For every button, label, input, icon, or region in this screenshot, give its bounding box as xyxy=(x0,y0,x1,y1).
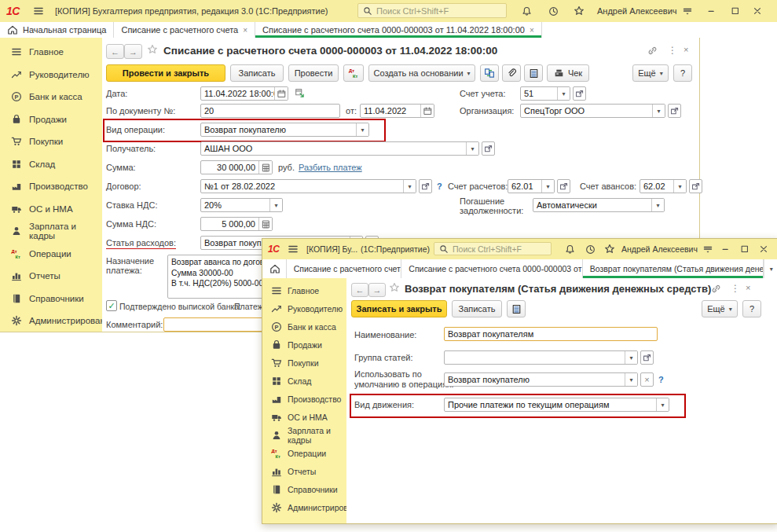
global-search-input[interactable]: Поиск Ctrl+Shift+F xyxy=(434,242,552,255)
close-form-icon[interactable]: × xyxy=(746,283,750,292)
history-icon[interactable] xyxy=(548,0,559,22)
favorites-icon[interactable] xyxy=(574,0,585,22)
dropdown-icon[interactable]: ▾ xyxy=(269,199,282,211)
sidebar-item-zarplata-i-kadry[interactable]: Зарплата и кадры xyxy=(262,426,346,444)
attachments-button[interactable] xyxy=(502,64,521,82)
sidebar-item-os-i-nma[interactable]: ОС и НМА xyxy=(262,408,346,426)
open-payee-icon[interactable] xyxy=(482,141,495,156)
default-use-field[interactable]: Возврат покупателю ▾ xyxy=(444,372,638,387)
help-button[interactable]: ? xyxy=(673,64,692,82)
calendar-icon[interactable] xyxy=(420,105,434,117)
global-search-input[interactable]: Поиск Ctrl+Shift+F xyxy=(357,3,507,18)
tab-3-active[interactable]: Списание с расчетного счета 0000-000003 … xyxy=(255,22,542,38)
default-use-help-icon[interactable]: ? xyxy=(658,375,664,384)
close-form-icon[interactable]: × xyxy=(684,45,688,54)
related-documents-button[interactable] xyxy=(480,64,499,82)
back-button[interactable]: ← xyxy=(351,283,368,297)
post-button[interactable]: Провести xyxy=(288,64,339,82)
tab-close-icon[interactable]: × xyxy=(530,26,534,35)
doc-no-field[interactable]: 20 xyxy=(200,104,340,118)
dropdown-icon[interactable]: ▾ xyxy=(466,142,478,155)
save-button[interactable]: Записать xyxy=(452,300,502,317)
sidebar-item-proizvodstvo[interactable]: Производство xyxy=(262,390,346,408)
open-adv-acc-icon[interactable] xyxy=(689,179,702,193)
sidebar-item-rukovoditelyu[interactable]: Руководителю xyxy=(0,64,102,86)
op-kind-field[interactable]: Возврат покупателю ▾ xyxy=(200,123,369,137)
dropdown-icon[interactable]: ▾ xyxy=(625,351,637,364)
doc-from-field[interactable]: 11.04.2022 xyxy=(360,104,434,118)
movement-field[interactable]: Прочие платежи по текущим операциям ▾ xyxy=(444,398,669,412)
sidebar-item-spravochniki[interactable]: Справочники xyxy=(262,480,346,498)
dtkt-button[interactable]: ДтКт xyxy=(343,64,364,82)
get-link-icon[interactable] xyxy=(647,46,658,56)
tab-2[interactable]: Списание с расчетного счета× xyxy=(287,259,402,278)
calculator-icon[interactable] xyxy=(258,218,272,230)
contract-field[interactable]: №1 от 28.02.2022 ▾ xyxy=(200,179,416,193)
sidebar-item-operacii[interactable]: ДтКтОперации xyxy=(262,444,346,462)
notifications-icon[interactable] xyxy=(565,239,575,259)
sidebar-item-sklad[interactable]: Склад xyxy=(262,372,346,390)
vat-amount-field[interactable]: 5 000,00 xyxy=(200,217,273,231)
dropdown-icon[interactable]: ▾ xyxy=(656,398,669,411)
more-dots-icon[interactable]: ⋮ xyxy=(731,283,740,294)
tab-1[interactable] xyxy=(262,259,287,278)
close-window-icon[interactable] xyxy=(759,239,768,259)
dropdown-icon[interactable]: ▾ xyxy=(356,123,368,136)
forward-button[interactable]: → xyxy=(368,283,386,297)
vat-rate-field[interactable]: 20% ▾ xyxy=(200,198,283,212)
minimize-icon[interactable] xyxy=(721,239,731,259)
favorite-star-icon[interactable] xyxy=(147,44,158,55)
current-user[interactable]: Андрей Алексеевич xyxy=(597,0,677,22)
document-register-button[interactable] xyxy=(524,64,543,82)
service-menu-icon[interactable] xyxy=(702,239,713,259)
dropdown-icon[interactable]: ▾ xyxy=(673,180,686,193)
tab-2[interactable]: Списание с расчетного счета× xyxy=(114,22,255,38)
open-group-icon[interactable] xyxy=(640,350,654,365)
sidebar-item-glavnoe[interactable]: Главное xyxy=(262,281,346,299)
set-current-date-icon[interactable] xyxy=(295,88,305,98)
history-icon[interactable] xyxy=(585,239,596,259)
sidebar-item-otchety[interactable]: Отчеты xyxy=(262,462,346,480)
open-account-icon[interactable] xyxy=(573,86,586,101)
clear-field-icon[interactable]: × xyxy=(640,372,654,387)
open-settl-acc-icon[interactable] xyxy=(557,179,570,193)
dropdown-icon[interactable]: ▾ xyxy=(403,180,416,193)
sidebar-item-pokupki[interactable]: Покупки xyxy=(262,354,346,372)
sidebar-item-os-i-nma[interactable]: ОС и НМА xyxy=(0,198,102,221)
group-field[interactable]: ▾ xyxy=(444,350,638,365)
sidebar-item-spravochniki[interactable]: Справочники xyxy=(0,288,102,310)
calculator-icon[interactable] xyxy=(258,161,272,174)
sidebar-item-bank-i-kassa[interactable]: РБанк и касса xyxy=(262,317,346,336)
save-and-close-button[interactable]: Записать и закрыть xyxy=(351,300,447,317)
sidebar-item-administrirovanie[interactable]: Администрирование xyxy=(0,310,102,332)
sidebar-item-operacii[interactable]: ДтКтОперации xyxy=(0,243,102,266)
dropdown-icon[interactable]: ▾ xyxy=(541,180,554,193)
service-menu-icon[interactable] xyxy=(682,0,693,22)
dropdown-icon[interactable]: ▾ xyxy=(651,199,664,211)
adv-acc-field[interactable]: 62.02 ▾ xyxy=(640,179,687,193)
current-user[interactable]: Андрей Алексеевич xyxy=(621,239,698,259)
minimize-icon[interactable] xyxy=(707,0,717,22)
sidebar-item-proizvodstvo[interactable]: Производство xyxy=(0,175,102,198)
split-payment-link[interactable]: Разбить платеж xyxy=(299,163,362,172)
date-field[interactable]: 11.04.2022 18:00:00 xyxy=(200,86,288,101)
forward-button[interactable]: → xyxy=(124,44,142,59)
settl-acc-field[interactable]: 62.01 ▾ xyxy=(508,179,555,193)
tab-1[interactable]: Начальная страница xyxy=(0,22,114,38)
maximize-icon[interactable] xyxy=(740,239,750,259)
document-register-button[interactable] xyxy=(507,300,526,317)
help-button[interactable]: ? xyxy=(742,300,761,317)
dropdown-icon[interactable]: ▾ xyxy=(557,87,570,100)
more-button[interactable]: Ещё▾ xyxy=(702,300,738,317)
close-window-icon[interactable] xyxy=(753,0,762,22)
sidebar-item-pokupki[interactable]: Покупки xyxy=(0,130,102,153)
open-org-icon[interactable] xyxy=(668,104,681,118)
main-menu-icon[interactable] xyxy=(33,0,44,22)
maximize-icon[interactable] xyxy=(731,0,740,22)
back-button[interactable]: ← xyxy=(106,44,124,59)
payee-field[interactable]: АШАН ООО ▾ xyxy=(200,141,479,156)
sidebar-item-administrirovanie[interactable]: Администрирование xyxy=(262,498,346,516)
open-contract-icon[interactable] xyxy=(419,179,432,193)
tab-list-chevron-icon[interactable]: ▾ xyxy=(764,259,777,278)
org-field[interactable]: СпецТорг ООО ▾ xyxy=(520,104,665,118)
